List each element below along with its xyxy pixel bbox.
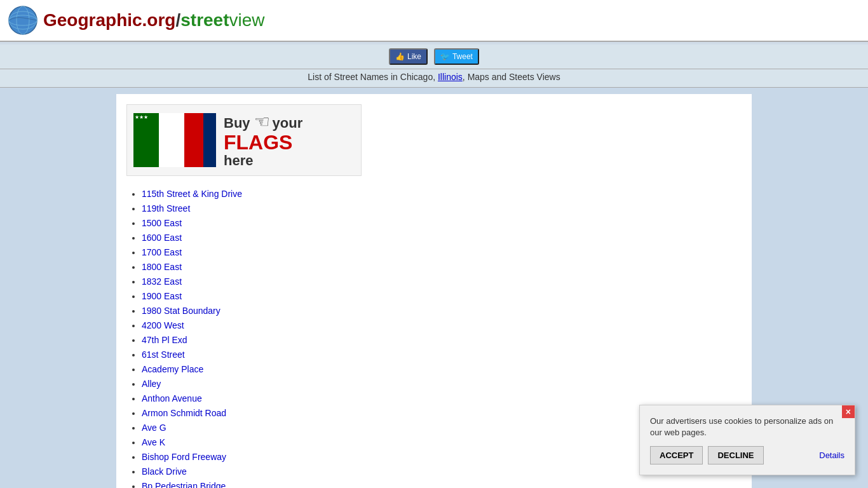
street-link[interactable]: 1832 East	[142, 276, 182, 287]
facebook-like-button[interactable]: 👍 Like	[389, 48, 428, 65]
cookie-close-button[interactable]: ×	[842, 405, 855, 418]
svg-point-0	[9, 6, 37, 34]
flags-image: ★★★	[133, 113, 216, 167]
street-link[interactable]: 1600 East	[142, 233, 182, 243]
subtitle-suffix: , Maps and Steets Views	[463, 72, 560, 82]
globe-icon	[8, 5, 38, 36]
cookie-actions: ACCEPT DECLINE Details	[650, 446, 844, 464]
list-item: 1600 East	[142, 231, 742, 245]
ad-here-label: here	[224, 152, 253, 169]
ad-text-block: Buy ☞ your FLAGS here	[224, 111, 302, 169]
street-link[interactable]: Anthon Avenue	[142, 393, 202, 403]
list-item: 1832 East	[142, 275, 742, 288]
list-item: 61st Street	[142, 348, 742, 362]
street-link[interactable]: 47th Pl Exd	[142, 335, 187, 345]
thumbs-up-icon: 👍	[395, 52, 405, 61]
street-link[interactable]: 1980 Stat Boundary	[142, 306, 220, 316]
site-title: Geographic.org/streetview	[43, 10, 265, 30]
list-item: 119th Street	[142, 202, 742, 215]
ad-buy-label: Buy	[224, 115, 254, 131]
street-link[interactable]: 1500 East	[142, 218, 182, 228]
street-link[interactable]: Black Drive	[142, 466, 187, 477]
twitter-bird-icon: 🐦	[440, 52, 450, 61]
details-link[interactable]: Details	[819, 451, 844, 460]
geo-text[interactable]: Geographic.org	[43, 10, 175, 30]
street-link[interactable]: 115th Street & King Drive	[142, 189, 242, 199]
list-item: Alley	[142, 377, 742, 391]
street-link[interactable]: Ave K	[142, 437, 165, 447]
street-link[interactable]: 61st Street	[142, 349, 185, 360]
list-item: 4200 West	[142, 319, 742, 332]
street-link[interactable]: Bishop Ford Freeway	[142, 452, 226, 462]
list-item: 1500 East	[142, 217, 742, 230]
street-link[interactable]: 1700 East	[142, 247, 182, 257]
twitter-tweet-button[interactable]: 🐦 Tweet	[434, 48, 479, 65]
decline-button[interactable]: DECLINE	[708, 446, 763, 464]
cookie-popup: × Our advertisers use cookies to persona…	[639, 405, 855, 475]
ad-flags-label: FLAGS	[224, 132, 292, 152]
street-link[interactable]: 4200 West	[142, 320, 184, 330]
illinois-link[interactable]: Illinois	[438, 72, 463, 82]
ad-buy-your: Buy ☞ your	[224, 111, 302, 132]
list-item: 1980 Stat Boundary	[142, 304, 742, 318]
fb-like-label: Like	[407, 52, 421, 61]
subtitle-prefix: List of Street Names in Chicago,	[308, 72, 438, 82]
tweet-label: Tweet	[452, 52, 473, 61]
cursor-icon: ☞	[254, 111, 270, 132]
toolbar: 👍 Like 🐦 Tweet	[0, 44, 868, 69]
list-item: Bp Pedestrian Bridge	[142, 480, 742, 488]
street-link[interactable]: Bp Pedestrian Bridge	[142, 481, 226, 488]
street-link[interactable]: 1800 East	[142, 262, 182, 272]
list-item: Academy Place	[142, 363, 742, 376]
list-item: 47th Pl Exd	[142, 334, 742, 347]
ad-banner[interactable]: ★★★ Buy ☞ your FLAGS here	[126, 104, 362, 176]
street-link[interactable]: 119th Street	[142, 203, 190, 214]
accept-button[interactable]: ACCEPT	[650, 446, 703, 464]
cookie-message: Our advertisers use cookies to personali…	[650, 416, 844, 438]
list-item: Anthon Avenue	[142, 392, 742, 405]
street-link[interactable]: Ave G	[142, 423, 166, 433]
ad-your-label: your	[273, 115, 303, 131]
list-item: 1900 East	[142, 290, 742, 303]
page-subtitle: List of Street Names in Chicago, Illinoi…	[0, 69, 868, 88]
site-header: Geographic.org/streetview	[0, 0, 868, 42]
street-link[interactable]: 1900 East	[142, 291, 182, 301]
street-link[interactable]: Alley	[142, 379, 161, 389]
list-item: 115th Street & King Drive	[142, 187, 742, 201]
street-link[interactable]: Academy Place	[142, 364, 203, 374]
street-text: street	[180, 10, 229, 30]
view-text: view	[229, 10, 265, 30]
street-link[interactable]: Armon Schmidt Road	[142, 408, 226, 418]
list-item: 1800 East	[142, 261, 742, 274]
list-item: 1700 East	[142, 246, 742, 259]
